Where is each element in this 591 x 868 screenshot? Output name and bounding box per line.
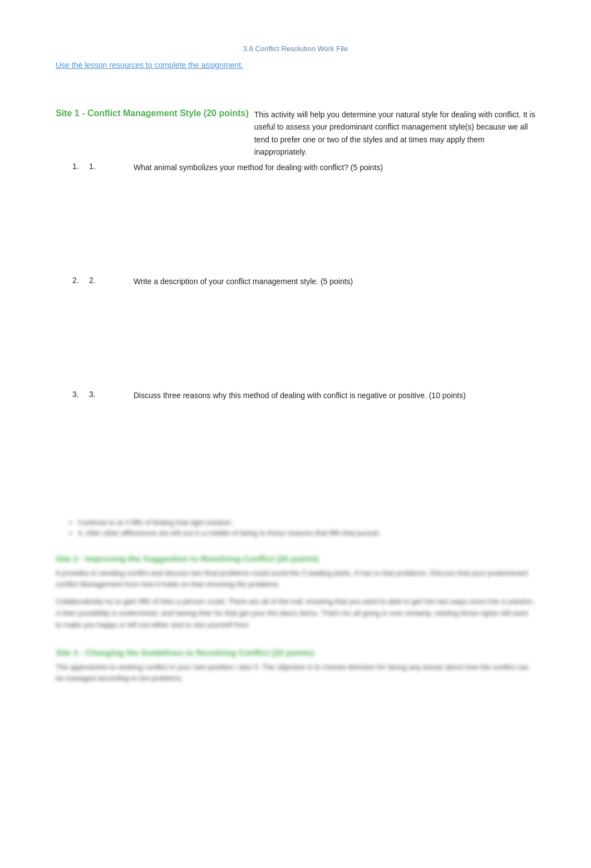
blurred-list-item-2: 4. After other differences are left out … [78,529,535,537]
q1-inner-num: 1. [89,162,117,173]
q3-inner-num: 3. [89,390,117,401]
site1-header: Site 1 - Conflict Management Style (20 p… [56,108,249,118]
blurred-site2-section: Site 2 - Improving the Suggestion to Res… [56,554,535,631]
blurred-list-section: Continue to at 3 fifth of finding that r… [56,518,535,537]
question-list: 1. 1. What animal symbolizes your method… [56,162,535,502]
question-item-3: 3. 3. Discuss three reasons why this met… [56,390,535,502]
question-item-2: 2. 2. Write a description of your confli… [56,276,535,388]
page-title: 3.6 Conflict Resolution Work File [56,44,535,53]
blurred-bullet-list: Continue to at 3 fifth of finding that r… [56,518,535,537]
site2-header: Site 2 - Improving the Suggestion to Res… [56,554,535,563]
blurred-site3-section: Site 3 - Changing the Guidelines to Reso… [56,648,535,685]
site2-intro: It provides to sending conflict and disc… [56,568,535,591]
q3-text: Discuss three reasons why this method of… [134,390,466,401]
site1-intro-inline: This activity will help you determine yo… [254,108,535,158]
site3-header: Site 3 - Changing the Guidelines to Reso… [56,648,535,657]
subtitle: Use the lesson resources to complete the… [56,61,535,70]
q3-outer-num: 3. [72,390,89,502]
q2-text: Write a description of your conflict man… [134,276,353,287]
question-item-1: 1. 1. What animal symbolizes your method… [56,162,535,274]
site3-intro: The approaches to seeking conflict in yo… [56,662,535,685]
q2-outer-num: 2. [72,276,89,388]
q2-inner-num: 2. [89,276,117,287]
blurred-list-item-1: Continue to at 3 fifth of finding that r… [78,518,535,527]
site2-body: Collaboratively try to gain fifth of the… [56,596,535,631]
q1-text: What animal symbolizes your method for d… [134,162,383,173]
q1-outer-num: 1. [72,162,89,274]
